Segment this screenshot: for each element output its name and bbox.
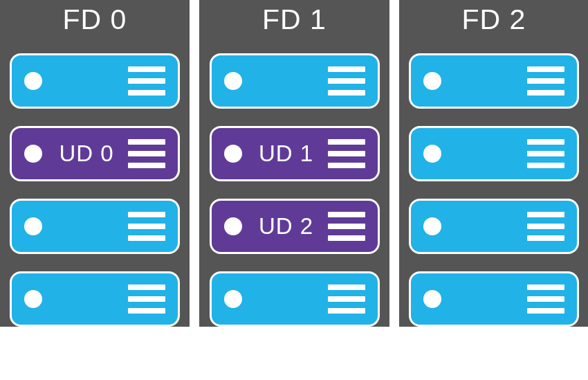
server-node	[210, 53, 380, 109]
hamburger-icon	[328, 66, 365, 96]
status-led-icon	[224, 290, 242, 308]
hamburger-icon	[527, 212, 564, 241]
hamburger-icon	[328, 139, 365, 168]
status-led-icon	[24, 145, 42, 163]
server-node-ud: UD 2	[210, 199, 380, 254]
status-led-icon	[24, 290, 42, 308]
node-stack: UD 0	[7, 53, 183, 327]
node-stack: UD 1 UD 2	[206, 53, 383, 327]
server-node	[210, 271, 380, 327]
status-led-icon	[24, 217, 42, 235]
fault-domain-column-1: FD 1 UD 1 UD 2	[199, 0, 389, 327]
server-node-ud: UD 1	[210, 126, 380, 181]
node-label: UD 0	[42, 141, 128, 167]
status-led-icon	[224, 145, 242, 163]
status-led-icon	[423, 145, 441, 163]
status-led-icon	[224, 217, 242, 235]
hamburger-icon	[328, 212, 365, 241]
diagram-canvas: FD 0 UD 0 FD	[0, 0, 588, 380]
status-led-icon	[423, 72, 441, 90]
server-node	[10, 199, 180, 254]
node-stack	[406, 53, 582, 327]
hamburger-icon	[128, 139, 165, 168]
hamburger-icon	[527, 66, 564, 96]
server-node	[409, 199, 579, 254]
server-node	[409, 126, 579, 181]
node-label: UD 2	[242, 213, 328, 239]
status-led-icon	[24, 72, 42, 90]
fault-domain-column-2: FD 2	[399, 0, 588, 327]
server-node	[10, 271, 180, 327]
server-node-ud: UD 0	[10, 126, 180, 181]
hamburger-icon	[128, 66, 165, 96]
fault-domain-title: FD 0	[63, 6, 127, 34]
fault-domain-column-0: FD 0 UD 0	[0, 0, 190, 327]
server-node	[409, 271, 579, 327]
hamburger-icon	[328, 284, 365, 314]
fault-domain-title: FD 2	[462, 6, 526, 34]
hamburger-icon	[527, 284, 564, 314]
fault-domain-title: FD 1	[262, 6, 327, 34]
status-led-icon	[224, 72, 242, 90]
hamburger-icon	[527, 139, 564, 168]
status-led-icon	[423, 290, 441, 308]
node-label: UD 1	[242, 141, 328, 167]
hamburger-icon	[128, 284, 165, 314]
server-node	[10, 53, 180, 109]
hamburger-icon	[128, 212, 165, 241]
server-node	[409, 53, 579, 109]
status-led-icon	[423, 217, 441, 235]
